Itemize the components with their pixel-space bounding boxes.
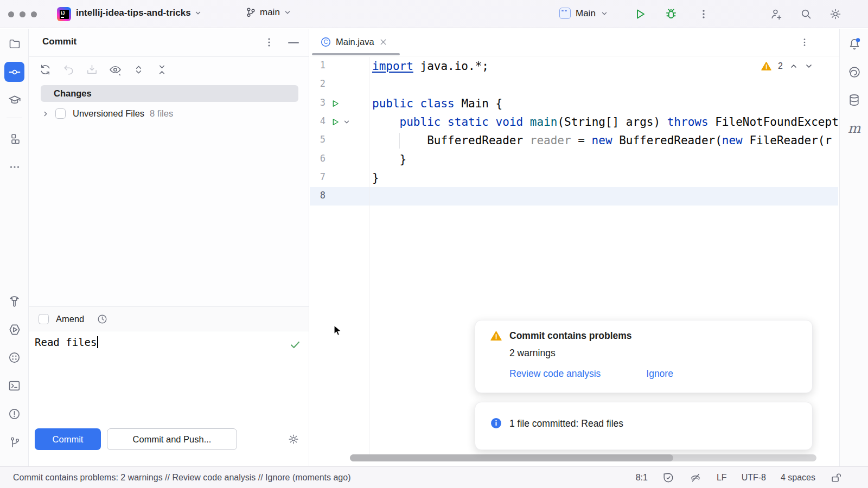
commit-and-push-button[interactable]: Commit and Push... <box>107 428 237 450</box>
notification-title: Commit contains problems <box>509 330 632 342</box>
code-text: public static void main(String[] args) t… <box>372 114 838 130</box>
commit-icon <box>8 66 21 79</box>
highlighting-off-eye-icon[interactable] <box>689 472 702 484</box>
maven-icon: m <box>848 120 861 136</box>
debug-icon <box>664 7 678 21</box>
tool-version-control[interactable] <box>4 432 24 452</box>
unversioned-files-row[interactable]: Unversioned Files 8 files <box>29 105 309 122</box>
panel-options-button[interactable] <box>263 36 275 49</box>
code-line-4[interactable]: 4 public static void main(String[] args)… <box>310 113 838 131</box>
shelve-button[interactable] <box>84 61 100 78</box>
chevron-down-icon[interactable] <box>343 118 350 126</box>
file-encoding[interactable]: UTF-8 <box>742 473 766 483</box>
show-diff-button[interactable] <box>107 61 123 78</box>
tab-main-java[interactable]: C Main.java <box>312 29 395 55</box>
code-line-3[interactable]: 3public class Main { <box>310 94 838 113</box>
tool-commit[interactable] <box>4 62 24 82</box>
horizontal-scrollbar-thumb[interactable] <box>350 454 673 461</box>
branch-selector[interactable]: main <box>245 7 291 18</box>
search-icon <box>800 8 813 21</box>
run-button[interactable] <box>634 8 647 21</box>
database-button[interactable] <box>844 90 864 110</box>
maven-button[interactable]: m <box>844 118 864 138</box>
unversioned-files-checkbox[interactable] <box>55 108 66 119</box>
run-gutter-icon[interactable] <box>331 118 340 126</box>
code-line-1[interactable]: 1import java.io.*; <box>310 57 838 75</box>
code-line-5[interactable]: 5 BufferedReader reader = new BufferedRe… <box>310 131 838 150</box>
commit-message-editor[interactable]: Read files <box>29 331 309 428</box>
code-text: import java.io.*; <box>372 59 489 74</box>
commit-button[interactable]: Commit <box>35 428 101 450</box>
window-control-dot[interactable] <box>31 11 37 17</box>
review-code-analysis-link[interactable]: Review code analysis <box>509 368 601 380</box>
history-clock-icon[interactable] <box>97 313 108 325</box>
code-line-8[interactable]: 8 <box>310 187 838 206</box>
folder-icon <box>8 37 21 50</box>
amend-label: Amend <box>56 314 84 324</box>
line-separator[interactable]: LF <box>717 473 727 483</box>
tool-build[interactable] <box>4 291 24 311</box>
hide-panel-button[interactable] <box>288 42 299 44</box>
caret-position[interactable]: 8:1 <box>636 473 648 483</box>
right-activity-bar: m <box>839 29 868 466</box>
code-text: public class Main { <box>372 96 502 111</box>
notification-commit-problems[interactable]: Commit contains problems 2 warnings Revi… <box>475 320 813 393</box>
line-number: 1 <box>310 60 326 70</box>
commit-options-button[interactable] <box>288 433 299 445</box>
rollback-button[interactable] <box>60 61 76 78</box>
tool-problems[interactable] <box>4 404 24 424</box>
search-everywhere-button[interactable] <box>800 8 813 21</box>
tool-learn[interactable] <box>4 90 24 110</box>
commit-panel-header: Commit <box>29 29 309 57</box>
refresh-button[interactable] <box>37 61 53 78</box>
editor-tab-options[interactable] <box>799 36 810 48</box>
tool-structure[interactable] <box>4 129 24 149</box>
gear-icon <box>288 433 299 445</box>
window-control-dot[interactable] <box>20 11 25 17</box>
notification-file-committed[interactable]: 1 file committed: Read files <box>475 402 813 450</box>
unversioned-files-count: 8 files <box>150 108 173 119</box>
close-icon[interactable] <box>380 38 387 46</box>
debug-button[interactable] <box>664 7 678 21</box>
notifications-button[interactable] <box>844 34 864 54</box>
run-gutter-icon[interactable] <box>331 99 340 108</box>
tool-services[interactable] <box>4 319 24 339</box>
ellipsis-icon <box>8 160 21 174</box>
ignore-link[interactable]: Ignore <box>646 368 673 380</box>
tool-more[interactable] <box>4 157 24 177</box>
amend-checkbox[interactable] <box>39 314 49 324</box>
kebab-menu-icon <box>698 8 710 21</box>
settings-button[interactable] <box>829 8 842 21</box>
git-branch-icon <box>8 436 21 449</box>
code-line-2[interactable]: 2 <box>310 75 838 94</box>
changes-group-row[interactable]: Changes <box>41 85 298 102</box>
more-actions-button[interactable] <box>698 8 710 21</box>
add-user-icon <box>769 8 783 21</box>
inspection-profile-icon[interactable] <box>662 472 674 484</box>
editor-area: C Main.java 2 1import java.io.*;23public… <box>310 29 839 466</box>
status-message[interactable]: Commit contains problems: 2 warnings // … <box>13 473 350 483</box>
unlocked-icon[interactable] <box>830 472 842 484</box>
tool-terminal[interactable] <box>4 376 24 396</box>
chevron-right-icon[interactable] <box>42 110 49 118</box>
indent-style[interactable]: 4 spaces <box>781 473 815 483</box>
project-selector[interactable]: intellij-idea-tips-and-tricks <box>76 8 202 18</box>
run-config-name: Main <box>576 8 596 19</box>
tool-dependencies[interactable] <box>4 348 24 368</box>
expand-all-button[interactable] <box>130 61 146 78</box>
tool-project[interactable] <box>4 34 24 54</box>
status-bar: Commit contains problems: 2 warnings // … <box>0 466 868 488</box>
editor-tab-bar: C Main.java <box>310 29 839 56</box>
ai-assistant-button[interactable] <box>844 62 864 82</box>
code-line-7[interactable]: 7} <box>310 169 838 187</box>
code-line-6[interactable]: 6 } <box>310 150 838 169</box>
code-with-me-button[interactable] <box>769 8 783 21</box>
undo-icon <box>62 63 75 76</box>
window-control-dot[interactable] <box>8 11 14 17</box>
hexagon-play-icon <box>8 323 22 337</box>
commit-actions: Commit Commit and Push... <box>29 428 309 466</box>
left-activity-bar <box>0 29 29 466</box>
run-configuration-selector[interactable]: Main <box>559 8 608 19</box>
collapse-all-button[interactable] <box>154 61 170 78</box>
active-tab-indicator <box>312 53 400 55</box>
